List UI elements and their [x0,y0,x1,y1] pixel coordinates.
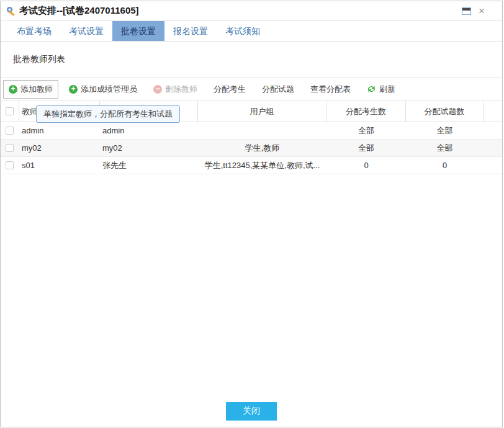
tab-exam-settings[interactable]: 考试设置 [60,21,112,41]
teacher-list-toolbar: + 添加教师 + 添加成绩管理员 − 删除教师 分配考生 分配试题 查看分配表 [1,77,502,100]
assign-examinees-label: 分配考生 [214,84,246,95]
refresh-icon [367,84,376,94]
row-checkbox-cell [1,127,19,135]
table-row[interactable]: s01 张先生 学生,tt12345,某某单位,教师,试... 0 0 [1,157,502,174]
row-checkbox[interactable] [6,144,14,152]
tab-exam-notice[interactable]: 考试须知 [217,21,269,41]
section-title-grading-teacher-list: 批卷教师列表 [13,54,502,65]
cell-assigned-examinee-count: 0 [326,161,406,170]
assign-questions-label: 分配试题 [262,84,294,95]
exam-arrangement-icon [6,6,16,16]
header-assigned-question-count: 分配试题数 [406,101,484,122]
row-checkbox[interactable] [6,127,14,135]
delete-teacher-button[interactable]: − 删除教师 [148,80,203,99]
cell-assigned-question-count: 全部 [406,143,484,154]
tab-bar: 布置考场 考试设置 批卷设置 报名设置 考试须知 [1,21,502,42]
add-score-admin-button[interactable]: + 添加成绩管理员 [63,80,143,99]
view-assignment-table-button[interactable]: 查看分配表 [305,80,356,99]
delete-teacher-label: 删除教师 [165,84,197,95]
window-controls: × [462,7,485,16]
refresh-button[interactable]: 刷新 [361,80,401,99]
table-row[interactable]: my02 my02 学生,教师 全部 全部 [1,140,502,157]
cell-real-name: my02 [100,143,198,153]
dialog-title: 考试安排--[试卷2407011605] [19,5,139,17]
header-filler [484,101,502,122]
refresh-label: 刷新 [379,84,395,95]
cell-teacher-name: my02 [19,143,100,153]
dialog-titlebar: 考试安排--[试卷2407011605] × [1,1,502,21]
cell-teacher-name: admin [19,126,100,135]
table-row[interactable]: admin admin 全部 全部 [1,122,502,140]
cell-assigned-examinee-count: 全部 [326,125,406,136]
header-checkbox-cell [1,101,19,122]
assign-examinees-button[interactable]: 分配考生 [208,80,251,99]
dialog-footer: 关闭 [1,402,502,421]
tab-arrange-exam-room[interactable]: 布置考场 [8,21,60,41]
plus-icon: + [69,85,78,94]
teacher-column-tooltip: 单独指定教师，分配所有考生和试题 [36,105,180,123]
cell-real-name: admin [100,126,198,135]
tab-registration-settings[interactable]: 报名设置 [164,21,217,41]
header-user-group: 用户组 [198,101,326,122]
close-button[interactable]: 关闭 [226,402,277,421]
plus-icon: + [9,85,17,94]
row-checkbox-cell [1,161,19,169]
add-teacher-label: 添加教师 [20,84,53,95]
cell-teacher-name: s01 [19,161,100,170]
exam-arrangement-dialog: 考试安排--[试卷2407011605] × 布置考场 考试设置 批卷设置 报名… [0,1,503,427]
cell-real-name: 张先生 [100,160,198,171]
tab-grading-settings[interactable]: 批卷设置 [112,21,164,41]
select-all-checkbox[interactable] [6,107,14,115]
cell-user-group: 学生,教师 [198,143,326,154]
row-checkbox[interactable] [6,161,14,169]
cell-assigned-question-count: 全部 [406,125,484,136]
row-checkbox-cell [1,144,19,152]
header-assigned-examinee-count: 分配考生数 [326,101,406,122]
view-assignment-table-label: 查看分配表 [310,84,351,95]
add-teacher-button[interactable]: + 添加教师 [3,80,58,99]
close-icon[interactable]: × [479,7,485,16]
add-score-admin-label: 添加成绩管理员 [81,84,137,95]
maximize-icon[interactable] [462,7,471,15]
cell-assigned-examinee-count: 全部 [326,143,406,154]
minus-icon: − [153,85,162,94]
cell-assigned-question-count: 0 [406,161,484,170]
assign-questions-button[interactable]: 分配试题 [256,80,300,99]
cell-user-group: 学生,tt12345,某某单位,教师,试... [198,160,326,171]
